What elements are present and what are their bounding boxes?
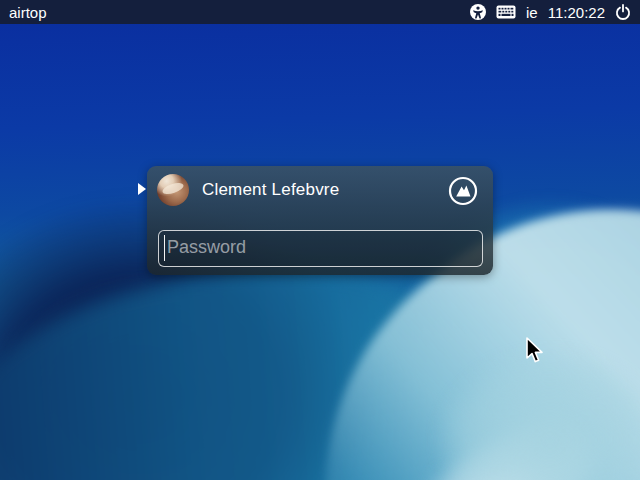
power-icon[interactable] <box>615 4 631 20</box>
clock-label[interactable]: 11:20:22 <box>548 4 605 21</box>
arrow-right-icon <box>138 183 146 195</box>
user-avatar <box>157 174 189 206</box>
keyboard-layout-label[interactable]: ie <box>526 4 538 21</box>
wallpaper-light-corner <box>400 320 640 480</box>
mountain-session-badge-icon[interactable] <box>448 176 478 206</box>
text-caret <box>164 235 165 261</box>
username-label: Clement Lefebvre <box>202 180 339 200</box>
hostname-label: airtop <box>9 4 47 21</box>
accessibility-icon[interactable] <box>470 4 486 20</box>
keyboard-icon[interactable] <box>496 5 516 19</box>
password-field-wrapper <box>158 230 483 267</box>
indicator-area: ie 11:20:22 <box>470 4 631 21</box>
login-dialog: Clement Lefebvre <box>147 166 493 275</box>
password-input[interactable] <box>158 230 483 267</box>
top-panel: airtop ie 11:2 <box>0 0 640 24</box>
login-screen: airtop ie 11:2 <box>0 0 640 480</box>
mouse-cursor <box>525 337 544 368</box>
